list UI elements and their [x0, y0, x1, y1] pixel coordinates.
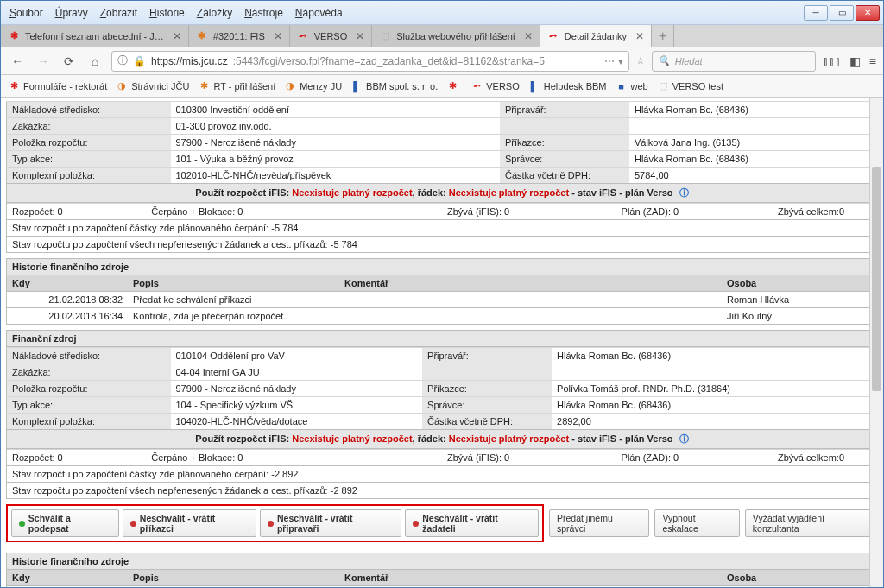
new-tab-button[interactable]: + [652, 25, 674, 47]
back-button[interactable]: ← [8, 52, 27, 71]
action-button[interactable]: Neschválit - vrátit žadateli [405, 509, 539, 537]
toolbar: ← → ⟳ ⌂ ⓘ 🔒 https://mis.jcu.cz:5443/fcgi… [1, 47, 883, 75]
menu-úpravy[interactable]: Úpravy [50, 5, 93, 21]
bookmark-item[interactable]: ✱Formuláře - rektorát [8, 80, 107, 92]
action-button[interactable]: Schválit a podepsat [11, 509, 119, 537]
bookmark-item[interactable]: ■web [616, 80, 648, 92]
field-value: 97900 - Nerozlišené náklady [171, 135, 500, 151]
field-value: 010104 Oddělení pro VaV [171, 348, 423, 364]
tab-close-icon[interactable]: ✕ [173, 30, 181, 42]
reload-button[interactable]: ⟳ [60, 52, 79, 71]
tab-close-icon[interactable]: ✕ [274, 30, 282, 42]
action-button[interactable]: Vyžádat vyjádření konzultanta [745, 509, 878, 537]
summary-1b: Stav rozpočtu po započtení všech nepřene… [6, 237, 878, 253]
budget-sep: , řádek: [413, 187, 449, 198]
url-dropdown-icon[interactable]: ⋯ ▾ [604, 55, 622, 67]
tab-favicon: ➸ [297, 30, 309, 42]
browser-tab[interactable]: ✱Telefonní seznam abecední - J…✕ [1, 25, 189, 47]
tab-favicon: ➸ [547, 30, 559, 42]
field-value: Polívka Tomáš prof. RNDr. Ph.D. (31864) [552, 381, 877, 397]
tab-close-icon[interactable]: ✕ [356, 30, 364, 42]
field-label: Správce: [500, 151, 629, 168]
bookmark-icon: ✱ [8, 80, 20, 92]
field-label: Připravář: [500, 102, 629, 118]
library-icon[interactable]: ⫿⫿⫿ [823, 54, 841, 68]
vertical-scrollbar[interactable] [869, 98, 883, 588]
menu-záložky[interactable]: Záložky [192, 5, 237, 21]
home-button[interactable]: ⌂ [85, 52, 104, 71]
field-value: 104020-HLČ-NHČ/věda/dotace [171, 414, 423, 430]
bookmark-item[interactable]: ◑Strávníci JČU [116, 80, 189, 92]
stat-cell: Plán (ZAD): 0 [616, 204, 773, 220]
field-value: 04-04 Interní GA JU [171, 364, 423, 381]
help-icon[interactable]: ⓘ [679, 187, 689, 198]
action-button[interactable]: Neschválit - vrátit příkazci [123, 509, 256, 537]
budget-pre: Použít rozpočet iFIS: [195, 187, 292, 198]
minimize-button[interactable]: ─ [804, 5, 828, 21]
forward-button[interactable]: → [34, 52, 53, 71]
hist-person: Roman Hlávka [722, 292, 877, 307]
browser-tab[interactable]: ➸VERSO✕ [290, 25, 373, 47]
address-bar[interactable]: ⓘ 🔒 https://mis.jcu.cz:5443/fcgi/verso.f… [111, 51, 629, 72]
bookmarks-bar: ✱Formuláře - rektorát◑Strávníci JČU✱RT -… [1, 75, 883, 98]
menu-icon[interactable]: ≡ [869, 54, 876, 68]
bookmark-item[interactable]: ▌BBM spol. s. r. o. [350, 80, 438, 92]
bookmark-item[interactable]: ✱RT - přihlášení [198, 80, 275, 92]
action-button[interactable]: Neschválit - vrátit připravaři [260, 509, 401, 537]
detail-grid-2: Nákladové středisko:010104 Oddělení pro … [6, 347, 878, 430]
field-label: Nákladové středisko: [7, 102, 171, 118]
summary-2b: Stav rozpočtu po započtení všech nepřene… [6, 483, 878, 499]
browser-tab[interactable]: ⬚Služba webového přihlášení✕ [372, 25, 540, 47]
tab-label: VERSO [314, 31, 348, 41]
bookmark-icon: ◑ [116, 80, 128, 92]
toolbar-right: ⫿⫿⫿ ◧ ≡ [823, 54, 876, 68]
field-label: Připravář: [422, 348, 552, 364]
stat-cell: Čerpáno + Blokace: 0 [146, 450, 442, 466]
action-button[interactable]: Vypnout eskalace [654, 509, 739, 537]
app-menu: SouborÚpravyZobrazitHistorieZáložkyNástr… [4, 5, 348, 21]
field-value [629, 118, 878, 135]
bookmark-item[interactable]: ⬚VERSO test [657, 80, 723, 92]
field-value: Hlávka Roman Bc. (68436) [629, 151, 878, 168]
history-2-title: Historie finančního zdroje [6, 553, 878, 570]
help-icon[interactable]: ⓘ [679, 433, 689, 444]
approval-buttons-group: Schválit a podepsatNeschválit - vrátit p… [6, 504, 544, 542]
bookmark-item[interactable]: ✱ [446, 80, 462, 92]
bookmark-item[interactable]: ◑Menzy JU [284, 80, 342, 92]
field-value: Hlávka Roman Bc. (68436) [629, 102, 878, 118]
menu-nástroje[interactable]: Nástroje [239, 5, 288, 21]
tab-favicon: ⬚ [379, 30, 391, 42]
tab-label: Telefonní seznam abecední - J… [25, 31, 164, 41]
close-button[interactable]: ✕ [856, 5, 880, 21]
maximize-button[interactable]: ▭ [830, 5, 854, 21]
menu-historie[interactable]: Historie [144, 5, 190, 21]
search-placeholder: Hledat [675, 56, 703, 66]
field-value: Hlávka Roman Bc. (68436) [552, 397, 877, 414]
bookmark-item[interactable]: ➸VERSO [470, 80, 520, 92]
field-value: 97900 - Nerozlišené náklady [171, 381, 423, 397]
action-button[interactable]: Předat jinému správci [549, 509, 649, 537]
field-value: Hlávka Roman Bc. (68436) [552, 348, 877, 364]
menu-zobrazit[interactable]: Zobrazit [95, 5, 142, 21]
stat-cell: Zbývá celkem:0 [773, 450, 877, 466]
hist-desc: Předat ke schválení příkazci [128, 292, 339, 307]
menu-soubor[interactable]: Soubor [4, 5, 48, 21]
field-label: Částka včetně DPH: [500, 168, 629, 184]
history-1-title: Historie finančního zdroje [6, 258, 878, 275]
star-icon[interactable]: ☆ [636, 55, 645, 66]
bookmark-item[interactable]: ▌Helpdesk BBM [528, 80, 607, 92]
menu-nápověda[interactable]: Nápověda [290, 5, 348, 21]
tab-close-icon[interactable]: ✕ [524, 30, 533, 42]
search-box[interactable]: 🔍 Hledat [652, 51, 816, 72]
site-info-icon[interactable]: ⓘ [117, 54, 128, 68]
sidebar-icon[interactable]: ◧ [849, 54, 861, 68]
browser-tab[interactable]: ✱#32011: FIS✕ [189, 25, 290, 47]
stat-cell: Zbývá (iFIS): 0 [442, 450, 616, 466]
url-path: :5443/fcgi/verso.fpl?fname=zad_zadanka_d… [233, 55, 545, 67]
scrollbar-thumb[interactable] [872, 167, 881, 391]
bookmark-icon: ▌ [528, 80, 540, 92]
field-label: Příkazce: [500, 135, 629, 151]
browser-tab[interactable]: ➸Detail žádanky✕ [540, 25, 652, 47]
tab-close-icon[interactable]: ✕ [635, 30, 644, 42]
detail-grid-1: Nákladové středisko:010300 Investiční od… [6, 101, 878, 184]
